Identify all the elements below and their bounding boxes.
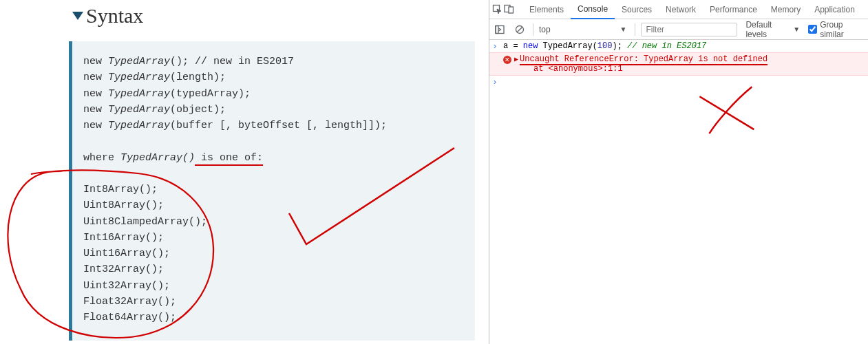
device-toggle-icon[interactable] <box>504 1 514 19</box>
devtools-tab-sources[interactable]: Sources <box>615 0 659 19</box>
doc-pane: Syntax new TypedArray(); // new in ES201… <box>0 0 489 344</box>
group-similar-toggle[interactable]: Group similar <box>808 20 865 39</box>
input-content: a = new TypedArray(100); // new in ES201… <box>503 41 864 51</box>
devtools-pane: ElementsConsoleSourcesNetworkPerformance… <box>489 0 868 344</box>
error-stack: at <anonymous>:1:1 <box>503 64 864 74</box>
error-icon: ✕ <box>503 56 511 64</box>
devtools-tab-network[interactable]: Network <box>659 0 703 19</box>
console-prompt[interactable]: › <box>489 76 868 88</box>
svg-rect-2 <box>509 7 514 13</box>
devtools-tab-elements[interactable]: Elements <box>522 0 571 19</box>
prompt-icon: › <box>494 77 503 87</box>
console-sidebar-toggle-icon[interactable] <box>492 21 508 38</box>
svg-line-6 <box>517 27 522 32</box>
syntax-code-block: new TypedArray(); // new in ES2017 new T… <box>69 41 475 341</box>
where-line: where TypedArray() is one of: <box>83 152 263 166</box>
app-root: Syntax new TypedArray(); // new in ES201… <box>0 0 868 344</box>
log-levels-label: Default levels <box>745 20 792 39</box>
console-error[interactable]: ✕▶Uncaught ReferenceError: TypedArray is… <box>489 52 868 76</box>
devtools-tab-application[interactable]: Application <box>807 0 862 19</box>
devtools-tab-performance[interactable]: Performance <box>703 0 764 19</box>
devtools-toolbar: ElementsConsoleSourcesNetworkPerformance… <box>489 0 868 19</box>
prompt-icon: › <box>494 41 503 51</box>
inspect-icon[interactable] <box>492 1 502 19</box>
console-subbar: top ▼ Default levels ▼ Group similar <box>489 19 868 40</box>
console-input-echo: › a = new TypedArray(100); // new in ES2… <box>489 40 868 52</box>
log-levels-selector[interactable]: Default levels ▼ <box>745 20 800 39</box>
context-label: top <box>539 25 551 34</box>
group-similar-checkbox[interactable] <box>808 25 817 34</box>
group-similar-label: Group similar <box>820 20 865 39</box>
collapse-triangle-icon[interactable] <box>72 12 83 20</box>
devtools-tab-memory[interactable]: Memory <box>764 0 807 19</box>
chevron-down-icon: ▼ <box>793 25 800 33</box>
console-body[interactable]: › a = new TypedArray(100); // new in ES2… <box>489 40 868 344</box>
clear-console-icon[interactable] <box>512 21 528 38</box>
expand-triangle-icon[interactable]: ▶ <box>514 56 518 63</box>
devtools-tabs: ElementsConsoleSourcesNetworkPerformance… <box>522 0 862 19</box>
syntax-heading-text: Syntax <box>86 4 143 28</box>
syntax-heading[interactable]: Syntax <box>0 0 489 32</box>
svg-rect-4 <box>496 25 498 33</box>
filter-input[interactable] <box>641 23 737 36</box>
chevron-down-icon: ▼ <box>620 25 627 33</box>
context-selector[interactable]: top ▼ <box>539 25 630 34</box>
devtools-tab-console[interactable]: Console <box>571 0 615 19</box>
devtools-more-icon[interactable]: » <box>863 5 868 14</box>
